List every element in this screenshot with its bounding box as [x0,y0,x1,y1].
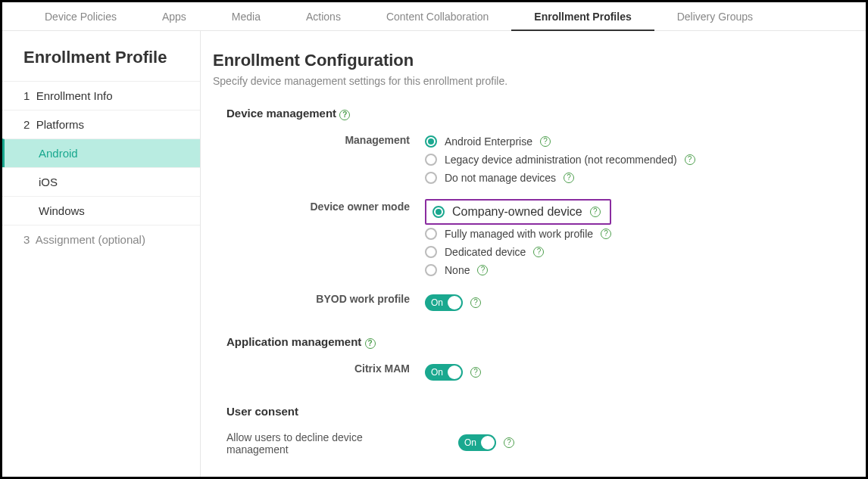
toggle-knob [481,436,495,449]
radio-none[interactable]: None ? [425,261,843,279]
toggle-knob [448,296,461,309]
help-icon[interactable]: ? [685,154,695,165]
step-label: Enrollment Info [36,89,113,102]
tab-delivery-groups[interactable]: Delivery Groups [654,2,776,31]
radio-icon [425,172,437,184]
help-icon[interactable]: ? [564,173,574,183]
label-decline-mgmt: Allow users to decline device management [213,430,440,456]
tab-actions[interactable]: Actions [283,2,364,31]
radio-do-not-manage[interactable]: Do not manage devices ? [425,169,843,187]
page-subtitle: Specify device management settings for t… [213,75,843,87]
label-byod: BYOD work profile [213,291,425,305]
toggle-label: On [425,367,443,378]
step-num: 2 [23,118,30,131]
radio-label: Legacy device administration (not recomm… [445,154,677,166]
step-label: Assignment (optional) [36,233,145,246]
tab-media[interactable]: Media [209,2,283,31]
help-icon[interactable]: ? [601,229,611,239]
radio-label: Do not manage devices [445,172,556,184]
radio-android-enterprise[interactable]: Android Enterprise ? [425,132,843,151]
step-label: Platforms [36,118,84,131]
radio-label: Fully managed with work profile [445,228,593,240]
tab-device-policies[interactable]: Device Policies [22,2,139,31]
help-icon[interactable]: ? [365,338,376,349]
help-icon[interactable]: ? [504,437,514,448]
radio-label: Dedicated device [445,246,526,258]
label-owner-mode: Device owner mode [213,199,425,213]
label-citrix-mam: Citrix MAM [213,361,425,375]
section-heading-text: Device management [226,107,336,120]
help-icon[interactable]: ? [533,247,544,257]
section-heading-text: Application management [226,335,361,348]
toggle-label: On [425,297,443,308]
step-enrollment-info[interactable]: 1 Enrollment Info [2,81,200,110]
highlight-company-owned: Company-owned device ? [425,199,611,225]
radio-label[interactable]: Company-owned device [452,205,582,219]
sidebar: Enrollment Profile 1 Enrollment Info 2 P… [2,31,201,477]
help-icon[interactable]: ? [339,110,350,120]
toggle-knob [448,365,461,379]
radio-fully-managed[interactable]: Fully managed with work profile ? [425,225,843,243]
radio-legacy-admin[interactable]: Legacy device administration (not recomm… [425,151,843,169]
tab-content-collab[interactable]: Content Collaboration [364,2,511,31]
section-device-management: Device management ? [213,107,843,120]
help-icon[interactable]: ? [477,265,488,275]
top-tabs: Device Policies Apps Media Actions Conte… [2,2,866,31]
help-icon[interactable]: ? [470,367,481,378]
toggle-decline-mgmt[interactable]: On [458,434,496,451]
label-management: Management [213,132,425,146]
tab-apps[interactable]: Apps [139,2,209,31]
radio-icon [425,154,437,166]
radio-icon [425,246,437,258]
step-platforms[interactable]: 2 Platforms [2,110,200,138]
sidebar-title: Enrollment Profile [2,48,200,81]
step-num: 1 [23,89,30,102]
help-icon[interactable]: ? [590,207,601,217]
radio-label: None [445,264,470,276]
step-num: 3 [23,233,30,246]
tab-enrollment-profiles[interactable]: Enrollment Profiles [511,2,654,31]
substep-ios[interactable]: iOS [2,167,200,196]
section-user-consent: User consent [213,405,843,418]
toggle-label: On [458,437,476,448]
page-title: Enrollment Configuration [213,51,843,70]
radio-icon [432,206,445,218]
radio-icon [425,228,437,240]
radio-label: Android Enterprise [445,135,532,148]
step-assignment[interactable]: 3 Assignment (optional) [2,225,200,253]
help-icon[interactable]: ? [470,297,481,308]
main-panel: Enrollment Configuration Specify device … [201,31,866,477]
section-app-management: Application management ? [213,335,843,349]
toggle-citrix-mam[interactable]: On [425,364,463,381]
radio-icon [425,135,437,148]
radio-dedicated-device[interactable]: Dedicated device ? [425,243,843,261]
toggle-byod[interactable]: On [425,294,463,311]
substep-windows[interactable]: Windows [2,196,200,225]
substep-android[interactable]: Android [2,138,200,167]
radio-icon [425,264,437,276]
help-icon[interactable]: ? [540,136,551,147]
